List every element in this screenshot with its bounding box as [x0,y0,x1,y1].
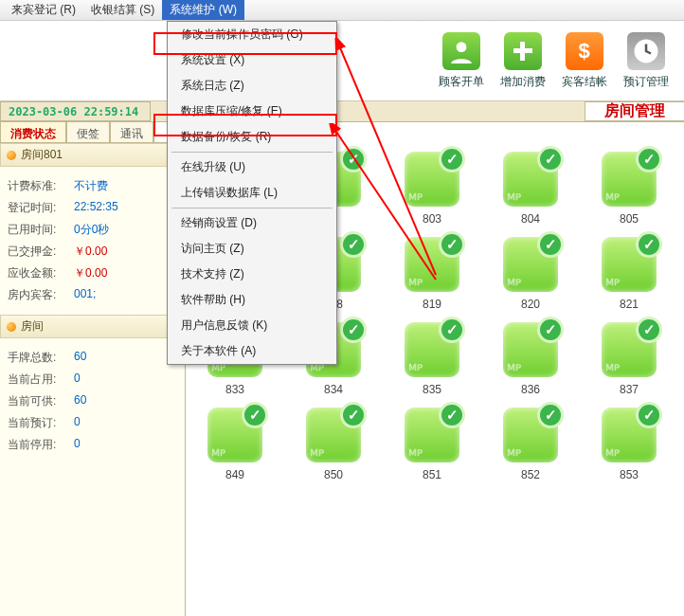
dropdown-item[interactable]: 修改当前操作员密码 (G) [168,22,336,47]
wave-icon: ᴍᴘ [408,445,423,459]
check-icon: ✓ [636,402,662,428]
room-icon: ✓ᴍᴘ [602,322,657,377]
wave-icon: ᴍᴘ [310,445,324,459]
label-disabled: 当前停用: [8,437,74,453]
check-icon: ✓ [340,146,367,172]
plus-icon [504,32,542,70]
check-icon: ✓ [340,317,367,343]
dropdown-item[interactable]: 软件帮助 (H) [168,287,336,313]
room-item[interactable]: ✓ᴍᴘ821 [580,237,678,311]
room-item[interactable]: ✓ᴍᴘ837 [580,322,678,396]
menu-cashier[interactable]: 收银结算 (S) [83,0,162,20]
tool-label: 宾客结帐 [562,74,607,90]
check-icon: ✓ [537,402,564,428]
room-item[interactable]: ✓ᴍᴘ852 [481,408,580,481]
tool-customer-open[interactable]: 顾客开单 [430,21,492,100]
room-item[interactable]: ✓ᴍᴘ849 [186,408,284,481]
label-checkin-time: 登记时间: [8,200,74,216]
section-title: 房间801 [21,147,63,163]
room-item[interactable]: ✓ᴍᴘ805 [580,152,678,226]
menu-separator [171,152,333,153]
dropdown-item[interactable]: 在线升级 (U) [168,154,336,180]
room-icon: ✓ᴍᴘ [602,152,657,207]
room-icon: ✓ᴍᴘ [602,408,657,462]
dropdown-item[interactable]: 技术支持 (Z) [168,262,336,287]
label-reserved: 当前预订: [8,415,74,431]
dropdown-item[interactable]: 系统日志 (Z) [168,73,336,99]
tool-label: 预订管理 [623,74,669,90]
check-icon: ✓ [537,146,564,172]
check-icon: ✓ [636,317,662,343]
room-row: ✓ᴍᴘ849✓ᴍᴘ850✓ᴍᴘ851✓ᴍᴘ852✓ᴍᴘ853 [186,408,684,481]
value-reserved: 0 [74,415,81,431]
room-label: 850 [324,468,343,481]
room-item[interactable]: ✓ᴍᴘ819 [383,237,481,311]
wave-icon: ᴍᴘ [507,445,521,459]
check-icon: ✓ [439,402,465,428]
check-icon: ✓ [340,231,367,258]
room-icon: ✓ᴍᴘ [306,408,361,462]
section-room-detail[interactable]: 房间801 [0,143,185,167]
room-stats-list: 手牌总数:60 当前占用:0 当前可供:60 当前预订:0 当前停用:0 [0,338,185,464]
menu-separator [171,208,333,208]
wave-icon: ᴍᴘ [605,190,620,203]
room-item[interactable]: ✓ᴍᴘ850 [284,408,383,481]
svg-point-0 [456,42,466,52]
user-icon [442,32,480,70]
page-title: 房间管理 [585,101,684,121]
value-disabled: 0 [74,437,81,453]
dropdown-item[interactable]: 关于本软件 (A) [168,338,336,364]
room-item[interactable]: ✓ᴍᴘ835 [383,322,481,396]
menu-system-maintain[interactable]: 系统维护 (W) [162,0,244,20]
section-room-stats[interactable]: 房间 [0,315,185,338]
wave-icon: ᴍᴘ [408,190,423,203]
room-label: 851 [423,468,441,481]
room-icon: ✓ᴍᴘ [602,237,657,292]
dropdown-item[interactable]: 数据库压缩/修复 (E) [168,99,336,124]
room-item[interactable]: ✓ᴍᴘ853 [580,408,678,481]
room-item[interactable]: ✓ᴍᴘ803 [383,152,481,226]
wave-icon: ᴍᴘ [507,190,521,203]
tool-guest-checkout[interactable]: $ 宾客结帐 [553,21,615,100]
room-item[interactable]: ✓ᴍᴘ804 [481,152,580,226]
value-deposit: ￥0.00 [74,244,107,260]
room-item[interactable]: ✓ᴍᴘ836 [481,322,580,396]
room-icon: ✓ᴍᴘ [503,237,558,292]
value-total: 60 [74,350,86,366]
left-panel: 房间801 计费标准:不计费 登记时间:22:52:35 已用时间:0分0秒 已… [0,142,186,616]
dropdown-item[interactable]: 经销商设置 (D) [168,210,336,236]
wave-icon: ᴍᴘ [211,445,225,459]
room-label: 804 [521,212,540,226]
label-used-time: 已用时间: [8,222,74,238]
main-toolbar: 顾客开单 增加消费 $ 宾客结帐 预订管理 [0,21,684,101]
tool-label: 增加消费 [500,74,546,90]
wave-icon: ᴍᴘ [605,275,620,288]
room-icon: ✓ᴍᴘ [405,408,459,462]
dropdown-item[interactable]: 数据备份/恢复 (R) [168,124,336,150]
wave-icon: ᴍᴘ [605,445,620,459]
room-item[interactable]: ✓ᴍᴘ820 [481,237,580,311]
value-available: 60 [74,393,86,409]
room-label: 833 [225,383,244,396]
wave-icon: ᴍᴘ [408,360,423,373]
menu-guest-register[interactable]: 来宾登记 (R) [4,0,83,20]
room-icon: ✓ᴍᴘ [503,408,558,462]
dropdown-item[interactable]: 用户信息反馈 (K) [168,313,336,338]
check-icon: ✓ [439,146,465,172]
room-label: 852 [521,468,540,481]
tool-reserve-mgmt[interactable]: 预订管理 [615,21,676,100]
check-icon: ✓ [242,402,268,428]
room-detail-list: 计费标准:不计费 登记时间:22:52:35 已用时间:0分0秒 已交押金:￥0… [0,167,185,315]
dropdown-item[interactable]: 访问主页 (Z) [168,236,336,262]
check-icon: ✓ [636,231,662,258]
wave-icon: ᴍᴘ [408,275,423,288]
dropdown-item[interactable]: 系统设置 (X) [168,47,336,73]
money-icon: $ [566,32,603,70]
bullet-icon [7,151,16,160]
dropdown-item[interactable]: 上传错误数据库 (L) [168,180,336,206]
tool-add-consume[interactable]: 增加消费 [492,21,553,100]
label-receivable: 应收金额: [8,265,74,281]
room-icon: ✓ᴍᴘ [405,237,459,292]
room-label: 836 [521,383,540,396]
room-item[interactable]: ✓ᴍᴘ851 [383,408,481,481]
